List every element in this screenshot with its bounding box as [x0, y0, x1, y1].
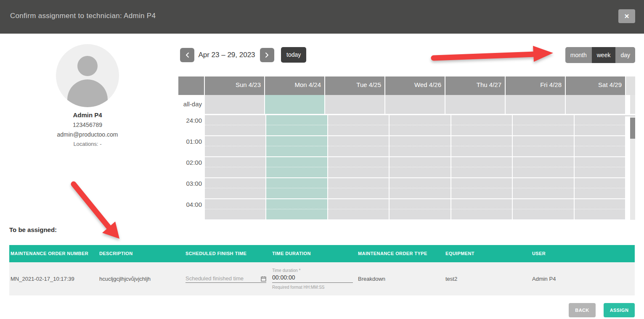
time-cell[interactable] — [451, 115, 512, 136]
time-cell[interactable] — [389, 136, 450, 157]
assignment-table-row: MN_2021-02-17_10:17:39 hcucljgcjlhjcvůjv… — [9, 262, 635, 295]
all-day-label: all-day — [178, 95, 204, 114]
cell-user: Admin P4 — [531, 262, 635, 295]
time-label: 01:00 — [178, 136, 204, 157]
hour-row: 01:00 — [178, 136, 635, 157]
view-month-button[interactable]: month — [565, 47, 592, 63]
time-cell[interactable] — [204, 178, 265, 199]
time-cell[interactable] — [389, 178, 450, 199]
close-button[interactable]: ✕ — [618, 9, 635, 23]
time-cell[interactable] — [512, 199, 573, 220]
time-label: 04:00 — [178, 199, 204, 220]
time-cell[interactable] — [327, 157, 389, 178]
day-header-thu: Thu 4/27 — [445, 76, 505, 95]
assign-button[interactable]: ASSIGN — [604, 303, 635, 317]
time-duration-input[interactable] — [272, 274, 353, 283]
assignment-table-header: MAINTENANCE ORDER NUMBER DESCRIPTION SCH… — [9, 245, 635, 262]
all-day-row: all-day — [178, 95, 635, 115]
time-duration-label: Time duration * — [272, 268, 353, 273]
assignment-modal: Confirm assignment to technician: Admin … — [0, 0, 644, 319]
to-be-assigned-heading: To be assigned: — [9, 226, 57, 233]
day-header-wed: Wed 4/26 — [384, 76, 445, 95]
modal-title: Confirm assignment to technician: Admin … — [10, 12, 156, 20]
calendar-day-header-row: Sun 4/23 Mon 4/24 Tue 4/25 Wed 4/26 Thu … — [178, 76, 635, 95]
time-cell-highlighted[interactable] — [265, 136, 327, 157]
time-cell[interactable] — [327, 115, 389, 136]
all-day-cell-highlighted[interactable] — [264, 95, 324, 114]
time-cell[interactable] — [327, 199, 389, 220]
calendar-prev-button[interactable] — [180, 48, 194, 62]
calendar-icon[interactable] — [261, 276, 266, 282]
cell-maintenance-order-number: MN_2021-02-17_10:17:39 — [9, 262, 98, 295]
week-calendar-grid[interactable]: Sun 4/23 Mon 4/24 Tue 4/25 Wed 4/26 Thu … — [178, 76, 635, 220]
time-cell[interactable] — [512, 157, 573, 178]
calendar-next-button[interactable] — [260, 48, 274, 62]
technician-info: Admin P4 123456789 admin@productoo.com L… — [16, 111, 159, 147]
hour-row: 03:00 — [178, 178, 635, 199]
hour-row: 24:00 — [178, 115, 635, 136]
time-cell-highlighted[interactable] — [265, 157, 327, 178]
view-week-button[interactable]: week — [592, 47, 616, 63]
cell-equipment: test2 — [444, 262, 531, 295]
calendar-scrollbar[interactable] — [625, 116, 635, 220]
cell-description: hcucljgcjlhjcvůjvjchljh — [98, 262, 184, 295]
all-day-cell[interactable] — [505, 95, 565, 114]
day-header-mon: Mon 4/24 — [264, 76, 324, 95]
time-cell-highlighted[interactable] — [265, 115, 327, 136]
day-header-sat: Sat 4/29 — [565, 76, 625, 95]
col-time-duration: TIME DURATION — [271, 245, 357, 262]
calendar-date-range: Apr 23 – 29, 2023 — [195, 51, 258, 59]
technician-phone: 123456789 — [16, 121, 159, 128]
hour-row: 04:00 — [178, 199, 635, 220]
time-cell[interactable] — [389, 157, 450, 178]
all-day-cell[interactable] — [324, 95, 384, 114]
close-icon: ✕ — [624, 13, 630, 20]
technician-email: admin@productoo.com — [16, 131, 159, 138]
col-maintenance-order-type: MAINTENANCE ORDER TYPE — [357, 245, 444, 262]
col-scheduled-finish-time: SCHEDULED FINISH TIME — [184, 245, 271, 262]
time-cell-highlighted[interactable] — [265, 199, 327, 220]
time-cell[interactable] — [451, 157, 512, 178]
time-cell[interactable] — [204, 199, 265, 220]
view-day-button[interactable]: day — [615, 47, 635, 63]
footer-actions: BACK ASSIGN — [569, 303, 635, 317]
day-header-fri: Fri 4/28 — [505, 76, 565, 95]
time-cell[interactable] — [389, 199, 450, 220]
cell-time-duration: Time duration * Required format HH:MM:SS — [271, 262, 357, 295]
time-cell[interactable] — [327, 136, 389, 157]
time-cell[interactable] — [451, 178, 512, 199]
col-equipment: EQUIPMENT — [444, 245, 531, 262]
chevron-right-icon — [265, 52, 269, 58]
time-cell[interactable] — [204, 115, 265, 136]
scheduled-finish-time-input[interactable] — [186, 275, 261, 282]
time-cell[interactable] — [327, 178, 389, 199]
all-day-cell[interactable] — [565, 95, 625, 114]
time-cell[interactable] — [204, 136, 265, 157]
today-button[interactable]: today — [281, 47, 306, 63]
view-switcher: month week day — [565, 47, 635, 63]
time-duration-helper: Required format HH:MM:SS — [272, 285, 353, 290]
cell-scheduled-finish-time — [184, 262, 271, 295]
day-header-tue: Tue 4/25 — [324, 76, 384, 95]
time-label: 03:00 — [178, 178, 204, 199]
time-cell[interactable] — [512, 178, 573, 199]
time-cell-highlighted[interactable] — [265, 178, 327, 199]
time-label: 24:00 — [178, 115, 204, 136]
all-day-cell[interactable] — [204, 95, 264, 114]
time-cell[interactable] — [451, 199, 512, 220]
time-cell[interactable] — [451, 136, 512, 157]
day-header-sun: Sun 4/23 — [204, 76, 264, 95]
time-cell[interactable] — [389, 115, 450, 136]
technician-name: Admin P4 — [16, 111, 159, 119]
all-day-cell[interactable] — [445, 95, 505, 114]
technician-avatar — [56, 44, 119, 107]
all-day-cell[interactable] — [384, 95, 445, 114]
col-maintenance-order-number: MAINTENANCE ORDER NUMBER — [9, 245, 98, 262]
scrollbar-thumb[interactable] — [630, 118, 635, 139]
col-description: DESCRIPTION — [98, 245, 184, 262]
time-cell[interactable] — [512, 136, 573, 157]
time-cell[interactable] — [512, 115, 573, 136]
time-cell[interactable] — [204, 157, 265, 178]
time-label: 02:00 — [178, 157, 204, 178]
back-button[interactable]: BACK — [569, 303, 596, 317]
